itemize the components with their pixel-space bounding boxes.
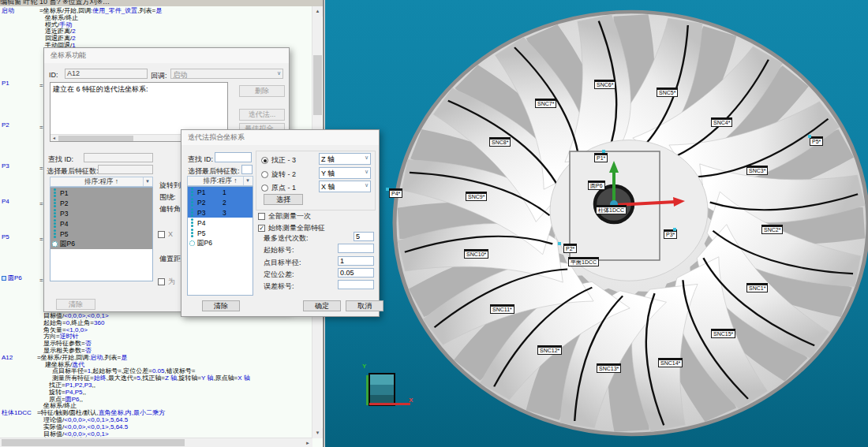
cad-label-SNC3[interactable]: SNC3* (746, 167, 768, 175)
sort-header-2[interactable]: 排序:程序 ↑ ▼ (187, 176, 253, 186)
scroll-down-icon[interactable]: ▼ (312, 428, 323, 438)
feature-list-2[interactable]: P11P22P33P4P5圆P6 (187, 186, 253, 296)
cad-label-SNC5[interactable]: SNC5* (657, 89, 678, 97)
radio-原点 - 1[interactable]: 原点 - 1 (261, 183, 296, 193)
delete-button[interactable]: 删除 (239, 85, 285, 97)
list-item-圆P6[interactable]: 圆P6 (51, 239, 152, 249)
checkbox-全部测量一次[interactable]: 全部测量一次 (258, 211, 311, 222)
list-item-P4[interactable]: P4 (51, 218, 152, 229)
list-item-P1[interactable]: P11 (188, 187, 253, 197)
iterate-button[interactable]: 迭代法... (239, 109, 285, 121)
code-line[interactable]: 目标值/<0,0,0>,<0,0,1> (0, 430, 312, 438)
code-line[interactable]: A12=坐标系/开始,回调:启动,列表=是 (0, 354, 312, 361)
code-line[interactable]: 启动=坐标系/开始,回调:使用_零件_设置,列表=是 (0, 7, 312, 14)
cad-label-圆P6[interactable]: 圆P6 (588, 182, 605, 190)
impeller-model[interactable] (325, 0, 868, 447)
field-input-0[interactable]: 5 (354, 232, 374, 241)
field-input-2[interactable]: 1 (338, 256, 374, 266)
field-input-3[interactable]: 0.05 (338, 268, 374, 278)
sort-dropdown-icon[interactable]: ▼ (243, 177, 252, 185)
cad-label-SNC7[interactable]: SNC7* (535, 100, 556, 108)
fragment-for-checkbox[interactable]: 为 (158, 277, 175, 287)
cad-label-SNC8[interactable]: SNC8* (489, 139, 511, 147)
dialog-iterative-alignment[interactable]: 迭代法拟合坐标系 查找 ID: 选择最后特征数: 排序:程序 ↑ ▼ P11P2… (181, 129, 380, 317)
last-features-input[interactable] (98, 165, 153, 174)
code-line[interactable]: 柱体1DCC=特征/触测/圆柱/默认,直角坐标,内,最小二乘方 (0, 409, 312, 416)
cad-label-P5[interactable]: P5* (810, 138, 823, 146)
cad-label-SNC4[interactable]: SNC4* (711, 119, 732, 127)
code-line[interactable]: 点目标半径=1,起始标号=,定位公差=0.05,错误标号= (0, 367, 312, 374)
axis-dropdown-X 轴[interactable]: X 轴∨ (319, 181, 371, 192)
code-line[interactable]: 原点=圆P6,, (0, 396, 312, 403)
cad-label-SNC13[interactable]: SNC13* (597, 365, 621, 373)
sort-header[interactable]: 排序:程序 ↑ ▼ (50, 177, 153, 187)
cad-label-SNC10[interactable]: SNC10* (464, 251, 488, 259)
id-field[interactable]: A12 (65, 69, 148, 79)
list-item-P3[interactable]: P3 (51, 208, 152, 218)
scroll-up-icon[interactable]: ▲ (312, 6, 323, 17)
radio-找正 - 3[interactable]: 找正 - 3 (261, 155, 296, 166)
cad-label-SNC2[interactable]: SNC2* (761, 226, 783, 234)
code-line[interactable]: 显示相关参数=否 (0, 347, 312, 354)
code-line[interactable]: 理论值/<0,0,0>,<0,0,1>,5,64.5 (0, 416, 312, 423)
cad-label-SNC1[interactable]: SNC1* (746, 285, 768, 292)
clear-button-dialog1[interactable]: 清除 (56, 299, 95, 310)
checkbox-始终测量全部特征[interactable]: ✓始终测量全部特征 (258, 223, 325, 233)
cad-label-SNC14[interactable]: SNC14* (658, 359, 683, 367)
field-input-1[interactable] (338, 244, 374, 253)
clear-button-dialog2[interactable]: 清除 (202, 300, 240, 311)
fragment-x-checkbox[interactable]: X (158, 230, 173, 238)
select-button[interactable]: 选择 (264, 194, 303, 205)
find-id-input-2[interactable] (215, 152, 252, 162)
code-line[interactable]: 显示特征参数=否 (0, 340, 312, 347)
code-line[interactable]: 坐标系/终止 (0, 402, 312, 409)
radio-icon[interactable] (261, 157, 268, 164)
code-line[interactable]: 旋转=P4,P5,, (0, 389, 312, 396)
code-line[interactable]: 坐标系/终止 (0, 14, 312, 21)
list-item-圆P6[interactable]: 圆P6 (188, 238, 253, 248)
code-line[interactable]: 建坐标系/迭代 (0, 361, 312, 368)
feature-list-1[interactable]: P1P2P3P4P5圆P6 (50, 187, 153, 281)
list-item-P2[interactable]: P2 (51, 198, 152, 208)
radio-icon[interactable] (261, 184, 268, 192)
sort-dropdown-icon[interactable]: ▼ (143, 177, 152, 186)
radio-icon[interactable] (261, 171, 268, 178)
checkbox-icon[interactable] (158, 231, 165, 238)
checkbox-icon[interactable]: ✓ (258, 225, 265, 232)
list-item-P5[interactable]: P5 (188, 228, 253, 238)
code-line[interactable]: 角矢量=<1,0,0> (0, 326, 312, 333)
checkbox-icon[interactable] (258, 213, 265, 220)
code-line[interactable]: 方向=逆时针 (0, 333, 312, 340)
cad-label-P1[interactable]: P1* (594, 155, 608, 162)
checkbox-icon[interactable] (158, 278, 165, 285)
graphics-3d-view[interactable]: P1*圆P6柱体1DCCP3*P2*平面1DCCSNC6*SNC5*SNC7*S… (325, 0, 868, 447)
list-item-P3[interactable]: P33 (188, 207, 253, 218)
scroll-left-icon[interactable]: ◄ (51, 135, 58, 141)
axis-dropdown-Z 轴[interactable]: Z 轴∨ (319, 153, 371, 165)
list-item-P2[interactable]: P22 (188, 197, 253, 207)
cad-label-SNC6[interactable]: SNC6* (594, 81, 615, 89)
axis-dropdown-Y 轴[interactable]: Y 轴∨ (319, 167, 371, 179)
cad-label-P3[interactable]: P3* (664, 231, 677, 239)
description-scroll-thumb[interactable] (58, 136, 133, 141)
last-features-input-2[interactable] (241, 165, 253, 174)
code-line[interactable]: 实际值/<0,0,0>,<0,0,1>,5,64.5 (0, 423, 312, 430)
dialog1-title[interactable]: 坐标系功能 (44, 48, 289, 63)
cad-label-柱体1DCC[interactable]: 柱体1DCC (596, 207, 627, 214)
dialog2-title[interactable]: 迭代法拟合坐标系 (181, 130, 379, 145)
recall-dropdown[interactable]: 启动 ∨ (170, 69, 283, 79)
list-item-P5[interactable]: P5 (51, 229, 152, 239)
scroll-right-icon[interactable]: ► (303, 438, 312, 447)
find-id-input[interactable] (84, 153, 153, 162)
editor-horizontal-scrollbar[interactable]: ► (0, 438, 312, 447)
cad-label-P4[interactable]: P4* (389, 190, 402, 198)
list-item-P1[interactable]: P1 (51, 188, 152, 198)
cad-label-平面1DCC[interactable]: 平面1DCC (568, 259, 599, 266)
code-line[interactable]: 模式/手动 (0, 21, 312, 28)
cad-label-P2[interactable]: P2* (563, 245, 577, 253)
list-item-P4[interactable]: P4 (188, 218, 253, 228)
code-line[interactable]: 找正=P1,P2,P3,, (0, 382, 312, 389)
ok-button[interactable]: 确定 (303, 300, 341, 311)
radio-旋转 - 2[interactable]: 旋转 - 2 (261, 169, 296, 180)
cad-label-SNC12[interactable]: SNC12* (537, 347, 562, 355)
